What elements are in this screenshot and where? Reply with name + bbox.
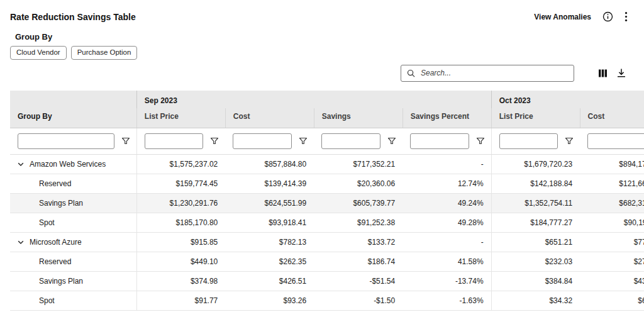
value-cell: $139,414.39: [225, 174, 314, 193]
row-label-text: Microsoft Azure: [30, 238, 82, 247]
value-cell: $34.32: [491, 291, 580, 310]
column-header-group-by[interactable]: Group By: [10, 108, 136, 128]
search-box[interactable]: [401, 65, 574, 82]
search-input[interactable]: [419, 68, 568, 78]
filter-cell-col-0: [10, 128, 136, 154]
filter-cell-col-6: [580, 128, 644, 154]
value-cell: $184,777.27: [491, 213, 580, 232]
row-label-cell: Spot: [10, 291, 136, 310]
top-bar: Rate Reduction Savings Table View Anomal…: [0, 0, 644, 22]
row-label-cell: Savings Plan: [10, 193, 136, 213]
value-cell: $271.10: [580, 252, 644, 271]
value-cell: -$1.50: [314, 291, 402, 310]
value-cell: $121,668.02: [580, 174, 644, 193]
value-cell: $772.23: [580, 232, 644, 252]
row-label-cell: Savings Plan: [10, 271, 136, 291]
value-cell: $142,188.84: [491, 174, 580, 193]
row-label-text: Amazon Web Services: [30, 160, 106, 169]
value-cell: $682,313.74: [580, 193, 644, 213]
value-cell: $93,918.41: [225, 213, 314, 232]
value-cell: 49.28%: [402, 213, 491, 232]
table-row: Spot$185,170.80$93,918.41$91,252.3849.28…: [10, 213, 644, 232]
filter-icon[interactable]: [210, 136, 219, 145]
chevron-down-icon[interactable]: [18, 162, 24, 167]
value-cell: -$51.54: [314, 271, 402, 291]
value-cell: -13.74%: [402, 271, 491, 291]
value-cell: $915.85: [136, 232, 225, 252]
chip-purchase-option[interactable]: Purchase Option: [71, 46, 138, 60]
top-actions: View Anomalies: [534, 11, 628, 22]
value-cell: 49.24%: [402, 193, 491, 213]
filter-input-col-5[interactable]: [499, 133, 558, 149]
row-label-text: Savings Plan: [39, 277, 83, 286]
download-icon[interactable]: [616, 68, 626, 78]
value-cell: $186.74: [314, 252, 402, 271]
value-cell: $232.03: [491, 252, 580, 271]
row-label-cell: Reserved: [10, 252, 136, 271]
value-cell: -1.63%: [402, 291, 491, 310]
filter-row: [10, 128, 644, 154]
filter-input-col-2[interactable]: [233, 133, 292, 149]
value-cell: $857,884.80: [225, 154, 314, 174]
view-anomalies-button[interactable]: View Anomalies: [534, 13, 591, 21]
column-header-savings-percent-sep[interactable]: Savings Percent: [402, 108, 491, 128]
value-cell: $782.13: [225, 232, 314, 252]
savings-table: Sep 2023 Oct 2023 Group By List Price Co…: [10, 91, 644, 311]
table-row: Savings Plan$1,230,291.76$624,551.99$605…: [10, 193, 644, 213]
value-cell: $262.35: [225, 252, 314, 271]
value-cell: $133.72: [314, 232, 402, 252]
value-cell: $624,551.99: [225, 193, 314, 213]
filter-input-col-4[interactable]: [410, 133, 469, 149]
value-cell: 41.58%: [402, 252, 491, 271]
table-row: Reserved$159,774.45$139,414.39$20,360.06…: [10, 174, 644, 193]
value-cell: $1,679,720.23: [491, 154, 580, 174]
column-header-list-price-oct[interactable]: List Price: [491, 108, 580, 128]
filter-input-col-6[interactable]: [587, 133, 644, 149]
table-row: Microsoft Azure$915.85$782.13$133.72-$65…: [10, 232, 644, 252]
filter-icon[interactable]: [387, 136, 396, 145]
kebab-menu-icon[interactable]: [625, 11, 628, 22]
table-row: Spot$91.77$93.26-$1.50-1.63%$34.32$65.31: [10, 291, 644, 310]
column-header-cost-oct[interactable]: Cost: [580, 108, 644, 128]
filter-cell-col-2: [225, 128, 314, 154]
value-cell: $651.21: [491, 232, 580, 252]
filter-input-col-0[interactable]: [18, 133, 114, 149]
value-cell: $1,575,237.02: [136, 154, 225, 174]
row-label-cell[interactable]: Amazon Web Services: [10, 154, 136, 174]
filter-icon[interactable]: [299, 136, 308, 145]
value-cell: $65.31: [580, 291, 644, 310]
savings-table-wrap: Sep 2023 Oct 2023 Group By List Price Co…: [10, 91, 644, 311]
column-header-savings-sep[interactable]: Savings: [314, 108, 402, 128]
column-header-list-price-sep[interactable]: List Price: [136, 108, 225, 128]
group-by-chips: Cloud Vendor Purchase Option: [10, 46, 644, 60]
value-cell: $426.51: [225, 271, 314, 291]
row-label-text: Reserved: [39, 257, 71, 266]
value-cell: $185,170.80: [136, 213, 225, 232]
chevron-down-icon[interactable]: [18, 240, 24, 245]
table-row: Reserved$449.10$262.35$186.7441.58%$232.…: [10, 252, 644, 271]
value-cell: $449.10: [136, 252, 225, 271]
page: Rate Reduction Savings Table View Anomal…: [0, 0, 644, 334]
row-label-cell[interactable]: Microsoft Azure: [10, 232, 136, 252]
column-header-cost-sep[interactable]: Cost: [225, 108, 314, 128]
filter-input-col-1[interactable]: [145, 133, 203, 149]
value-cell: $384.84: [491, 271, 580, 291]
info-icon[interactable]: [602, 11, 613, 22]
filter-cell-col-3: [314, 128, 402, 154]
value-cell: $1,352,754.11: [491, 193, 580, 213]
group-by-label: Group By: [15, 32, 644, 42]
filter-input-col-3[interactable]: [321, 133, 380, 149]
columns-icon[interactable]: [598, 69, 608, 78]
row-label-text: Spot: [39, 218, 55, 227]
filter-icon[interactable]: [565, 136, 574, 145]
value-cell: 12.74%: [402, 174, 491, 193]
value-cell: $20,360.06: [314, 174, 402, 193]
value-cell: $605,739.77: [314, 193, 402, 213]
chip-cloud-vendor[interactable]: Cloud Vendor: [10, 46, 67, 60]
value-cell: $159,774.45: [136, 174, 225, 193]
filter-icon[interactable]: [121, 136, 130, 145]
table-row: Savings Plan$374.98$426.51-$51.54-13.74%…: [10, 271, 644, 291]
value-cell: $717,352.21: [314, 154, 402, 174]
filter-icon[interactable]: [476, 136, 485, 145]
value-cell: $93.26: [225, 291, 314, 310]
